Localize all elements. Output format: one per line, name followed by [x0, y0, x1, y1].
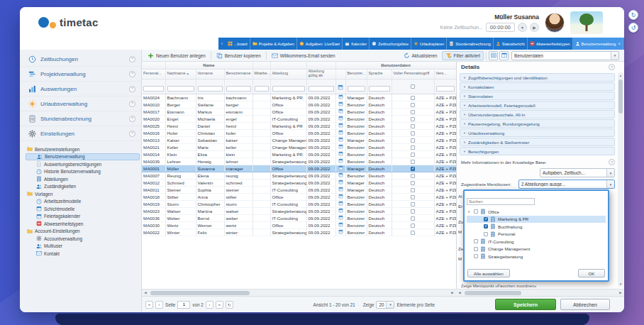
table-row[interactable]: MA0036WeberBerndweberIT-Consulting09.09.… — [142, 214, 456, 221]
scroll-left-icon[interactable]: ◀ — [456, 291, 463, 294]
checkbox[interactable] — [474, 254, 478, 258]
help-icon[interactable]: ? — [129, 71, 135, 77]
table-row[interactable]: MA0014KleinElisakleinMarketing & PR09.09… — [142, 150, 456, 158]
help-icon[interactable]: ? — [129, 101, 135, 107]
personalzugriff-checkbox[interactable] — [411, 131, 415, 136]
section-zust-ndigkeiten-stellvertreter[interactable]: ▼Zuständigkeiten & Stellvertreter — [460, 138, 615, 146]
scroll-right-icon[interactable]: ▶ — [449, 291, 456, 294]
filter-input-sprache[interactable] — [369, 86, 390, 92]
tree-item-feiertagskalender[interactable]: Feiertagskalender — [26, 213, 140, 221]
tab-stundenabrechnung[interactable]: Stundenabrechnung — [447, 38, 494, 50]
personalzugriff-checkbox[interactable] — [411, 153, 415, 157]
scroll-track[interactable] — [463, 290, 617, 296]
personalzugriff-checkbox[interactable] — [411, 110, 415, 114]
personalzugriff-checkbox[interactable] — [411, 117, 415, 121]
filter-input-mitarbeiter[interactable] — [255, 86, 269, 92]
tree-item-arbeitszeitmodelle[interactable]: Arbeitszeitmodelle — [26, 198, 140, 206]
section-pausenregelung-rundungsregelung[interactable]: ▼Pausenregelung, Rundungsregelung — [460, 119, 615, 128]
tree-item-multiuser[interactable]: Multiuser — [26, 243, 140, 250]
table-row[interactable]: MA0019SturmChristophersturmIT-Consulting… — [142, 200, 456, 207]
scroll-thumb[interactable] — [618, 79, 623, 114]
tree-item-vorlagen[interactable]: Vorlagen — [26, 190, 140, 198]
table-row[interactable]: MA0025HeinzDanielheinzMarketing & PR09.0… — [142, 122, 456, 129]
personalzugriff-checkbox[interactable] — [411, 167, 415, 171]
section-berechtigungen[interactable]: ▼Berechtigungen — [460, 147, 615, 155]
table-horizontal-scrollbar[interactable]: ◀ ▶ — [142, 289, 456, 296]
copy-user-button[interactable]: Benutzer kopieren — [213, 51, 265, 60]
picker-search-input[interactable] — [467, 198, 535, 205]
new-user-button[interactable]: Neuen Benutzer anlegen — [144, 51, 209, 60]
column-header-nachname[interactable]: Nachname ▲ — [165, 69, 196, 79]
tree-item-zust-ndigkeiten[interactable]: Zuständigkeiten — [26, 183, 140, 191]
tree-item-kontakt[interactable]: Kontakt — [26, 250, 140, 258]
tab-kalender[interactable]: Kalender — [343, 38, 370, 50]
tab-aufgaben-livestart[interactable]: Aufgaben: LiveStart — [297, 38, 343, 50]
sync-icon[interactable]: ↻ — [628, 10, 638, 20]
filter-checkbox[interactable] — [411, 84, 415, 89]
column-header-benutzername[interactable]: Benutzername — [224, 69, 252, 79]
details-scrollbar[interactable]: ▲ ▼ — [618, 72, 623, 287]
sidebar-item-einstellungen[interactable]: Einstellungen? — [20, 126, 141, 141]
column-header-check[interactable]: Voller Personalzugriff — [392, 69, 434, 79]
sidebar-item-auswertungen[interactable]: Auswertungen? — [20, 82, 141, 97]
tree-item-benutzereinstellungen[interactable]: Benutzereinstellungen — [26, 145, 140, 153]
personalzugriff-checkbox[interactable] — [411, 145, 415, 150]
tree-item-abwesenheitstypen[interactable]: Abwesenheitstypen — [26, 220, 140, 228]
tree-item-auswertungsberechtigungen[interactable]: Auswertungsberechtigungen — [26, 160, 140, 168]
help-icon[interactable]: ? — [129, 86, 135, 92]
table-row[interactable]: MA0001MüllerSusannamanagerOffice09.09.20… — [142, 165, 456, 172]
column-header-mitarbeiter[interactable]: Mitarbe... — [252, 69, 270, 79]
filter-input-gueltig_ab[interactable] — [309, 86, 334, 92]
filter-input-personalnr[interactable] — [143, 86, 164, 92]
tab-zeitbuchungsliste[interactable]: Zeitbuchungsliste — [370, 38, 411, 50]
picker-item-marketing-pr[interactable]: Marketing & PR — [467, 216, 606, 224]
last-page-button[interactable]: » — [216, 301, 223, 309]
checkbox[interactable] — [484, 232, 488, 236]
welcome-email-button[interactable]: Willkommens-Email senden — [268, 51, 339, 60]
table-row[interactable]: MA0039LehnerHerwiglehnerStrategieberatun… — [142, 158, 456, 165]
column-header-personalnr[interactable]: Personal... — [142, 69, 165, 79]
cancel-button[interactable]: Abbrechen — [560, 299, 610, 310]
help-icon[interactable]: ? — [129, 116, 135, 122]
kb-topic-select[interactable]: Aufgaben, Zeitbuch... ▾ — [540, 168, 615, 177]
play-button[interactable]: ▶ — [530, 23, 539, 32]
filter-input-rolle[interactable] — [348, 86, 365, 92]
checkbox[interactable] — [484, 224, 488, 228]
filter-toggle-button[interactable]: Filter aktiviert — [442, 51, 484, 60]
personalzugriff-checkbox[interactable] — [411, 202, 415, 206]
view-select[interactable]: Benutzerdaten ▾ — [511, 51, 619, 60]
sidebar-item-projektverwaltung[interactable]: Projektverwaltung? — [20, 67, 141, 82]
section-kontaktdaten[interactable]: ▼Kontaktdaten — [460, 82, 615, 91]
personalzugriff-checkbox[interactable] — [411, 216, 415, 221]
refresh-button[interactable]: Aktualisieren — [400, 51, 441, 60]
tab-benutzerverwaltung[interactable]: Benutzerverwaltung× — [573, 38, 623, 50]
table-row[interactable]: MA0024BachmannIrisbachmannMarketing & PR… — [142, 94, 456, 101]
personalzugriff-checkbox[interactable] — [411, 188, 415, 192]
personalzugriff-checkbox[interactable] — [411, 160, 415, 164]
select-all-button[interactable]: Alle auswählen — [467, 269, 510, 277]
tree-item-historie-benutzerverwaltung[interactable]: Historie Benutzerverwaltung — [26, 168, 140, 176]
filter-input-version[interactable] — [436, 86, 455, 92]
scroll-thumb[interactable] — [150, 291, 250, 295]
sidebar-item-urlaubsverwaltung[interactable]: Urlaubsverwaltung? — [20, 97, 141, 111]
scroll-thumb[interactable] — [465, 291, 521, 295]
column-header-vorname[interactable]: Vorname — [196, 69, 224, 79]
help-icon[interactable]: ? — [129, 56, 135, 62]
help-icon[interactable]: ? — [129, 131, 135, 137]
save-button[interactable]: Speichern — [495, 299, 556, 310]
personalzugriff-checkbox[interactable] — [411, 138, 415, 143]
table-row[interactable]: MA0022WinterFelixwinterStrategieberatung… — [142, 228, 456, 236]
table-row[interactable]: MA0016HoferChristianhoferOffice09.09.202… — [142, 129, 456, 136]
filter-input-abteilung[interactable] — [272, 86, 305, 92]
table-row[interactable]: MA0023WalserMartinawalserStrategieberatu… — [142, 207, 456, 214]
section-urlaubsverwaltung[interactable]: ▼Urlaubsverwaltung — [460, 128, 615, 137]
table-row[interactable]: MA0021KellerMariekellerChange Management… — [142, 143, 456, 150]
picker-item-office[interactable]: ▾Office — [467, 208, 606, 216]
personalzugriff-checkbox[interactable] — [411, 209, 415, 214]
scroll-left-icon[interactable]: ◀ — [142, 291, 149, 294]
avatar[interactable] — [545, 13, 565, 33]
checkbox[interactable] — [474, 239, 478, 243]
details-horizontal-scrollbar[interactable]: ◀ ▶ — [456, 289, 624, 296]
scroll-track[interactable] — [149, 290, 449, 296]
picker-item-strategieberatung[interactable]: Strategieberatung — [467, 253, 606, 260]
